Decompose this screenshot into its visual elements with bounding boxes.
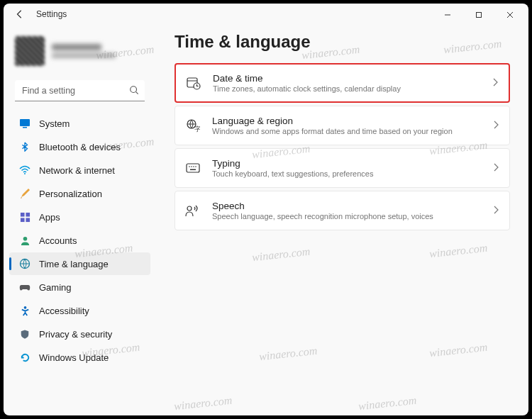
minimize-button[interactable] [432,5,463,25]
svg-rect-4 [20,119,30,126]
svg-point-21 [191,166,192,167]
sidebar-item-privacy[interactable]: Privacy & security [9,323,150,345]
card-typing[interactable]: Typing Touch keyboard, text suggestions,… [174,148,510,188]
globe-char-icon: 字 [185,118,201,133]
svg-point-2 [131,86,137,93]
sidebar-item-label: Apps [39,212,60,223]
search-icon [129,85,139,98]
maximize-button[interactable] [463,5,494,25]
svg-rect-10 [26,218,30,222]
app-title: Settings [36,9,67,19]
sidebar-item-apps[interactable]: Apps [9,206,150,228]
main-content: Time & language Date & time Time zones, … [156,26,528,415]
sidebar-item-network[interactable]: Network & internet [9,159,150,181]
sidebar-item-accessibility[interactable]: Accessibility [9,299,150,322]
titlebar [4,4,528,26]
svg-rect-8 [26,212,30,216]
svg-point-20 [189,166,190,167]
chevron-right-icon [492,77,499,89]
svg-rect-9 [20,218,24,222]
svg-line-3 [136,92,138,94]
update-icon [19,352,31,363]
sidebar-item-system[interactable]: System [9,112,150,135]
globe-clock-icon [19,258,31,269]
card-subtitle: Speech language, speech recognition micr… [212,212,492,220]
svg-point-6 [24,173,26,174]
svg-point-22 [193,166,194,167]
shield-icon [19,328,31,340]
chevron-right-icon [492,119,499,132]
sidebar-item-label: Network & internet [39,165,115,176]
svg-point-13 [23,306,26,308]
settings-window: Settings [4,4,528,415]
accessibility-icon [19,305,31,316]
sidebar-item-bluetooth[interactable]: Bluetooth & devices [9,135,150,158]
card-subtitle: Time zones, automatic clock settings, ca… [213,84,492,93]
svg-point-11 [23,236,27,240]
sidebar-item-label: Personalization [39,189,102,199]
card-subtitle: Touch keyboard, text suggestions, prefer… [212,169,492,178]
sidebar-item-accounts[interactable]: Accounts [9,229,150,252]
svg-rect-19 [187,164,199,172]
sidebar: System Bluetooth & devices Network & int… [4,26,156,415]
avatar [15,36,45,66]
minimize-icon [444,11,451,18]
back-button[interactable] [13,8,26,21]
profile-block[interactable] [6,32,153,74]
card-language-region[interactable]: 字 Language & region Windows and some app… [174,106,510,145]
card-date-time[interactable]: Date & time Time zones, automatic clock … [174,63,510,103]
svg-rect-1 [477,13,482,18]
svg-point-23 [195,166,196,167]
paintbrush-icon [19,188,31,199]
sidebar-item-windows-update[interactable]: Windows Update [9,346,150,369]
nav-list: System Bluetooth & devices Network & int… [6,111,153,369]
sidebar-item-label: Privacy & security [39,329,112,340]
sidebar-item-gaming[interactable]: Gaming [9,276,150,298]
speech-icon [185,203,201,218]
chevron-right-icon [492,204,499,217]
svg-rect-24 [190,169,196,171]
maximize-icon [475,11,482,18]
calendar-clock-icon [186,75,201,91]
card-title: Speech [212,201,492,211]
arrow-left-icon [15,9,25,19]
bluetooth-icon [19,141,31,152]
close-button[interactable] [494,5,526,25]
svg-point-25 [187,206,192,211]
gamepad-icon [19,281,31,293]
sidebar-item-label: Windows Update [39,352,109,363]
card-subtitle: Windows and some apps format dates and t… [212,127,492,135]
search-input[interactable] [15,80,145,101]
wifi-icon [19,164,31,176]
profile-text [52,44,116,58]
card-title: Typing [212,158,492,169]
card-speech[interactable]: Speech Speech language, speech recogniti… [174,191,510,230]
close-icon [506,11,514,18]
apps-icon [19,211,31,223]
keyboard-icon [185,160,201,176]
sidebar-item-label: Accounts [39,235,77,246]
chevron-right-icon [492,162,499,174]
sidebar-item-time-language[interactable]: Time & language [9,252,150,275]
svg-rect-5 [23,127,27,128]
sidebar-item-label: Bluetooth & devices [39,142,121,152]
sidebar-item-personalization[interactable]: Personalization [9,182,150,205]
page-title: Time & language [174,32,510,52]
person-icon [19,235,31,246]
svg-text:字: 字 [194,125,200,133]
card-title: Date & time [213,73,492,84]
sidebar-item-label: Accessibility [39,306,89,316]
sidebar-item-label: Gaming [39,282,72,293]
sidebar-item-label: System [39,118,70,129]
svg-rect-7 [20,212,24,216]
card-title: Language & region [212,116,492,126]
sidebar-item-label: Time & language [39,259,109,269]
display-icon [19,118,31,129]
